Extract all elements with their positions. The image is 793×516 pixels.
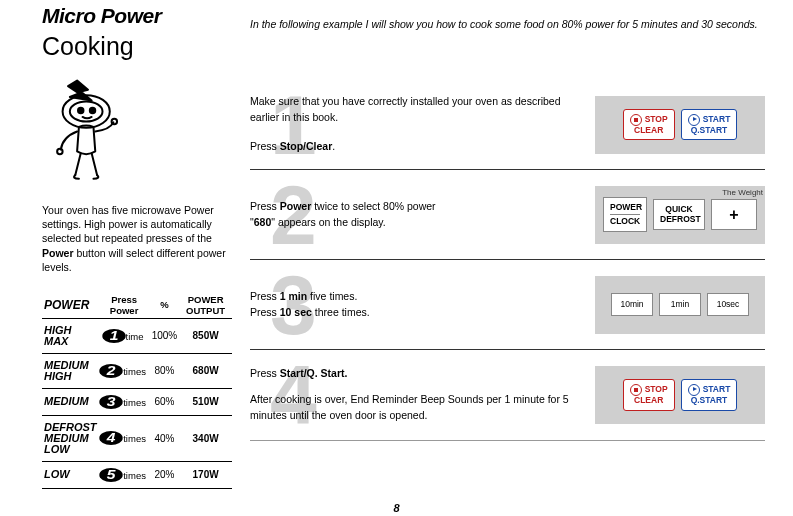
step-1: 1 Make sure that you have correctly inst… [250, 80, 765, 170]
table-row: LOW5times20%170W [42, 461, 232, 488]
row-output: 170W [179, 461, 232, 488]
power-l1: POWER [610, 202, 642, 212]
stop-l2-b: CLEAR [630, 396, 668, 405]
start-l1-b: START [703, 385, 731, 395]
row-times: 4times [99, 415, 150, 461]
step3-b-bold: 10 sec [280, 306, 312, 318]
table-row: MEDIUM3times60%510W [42, 388, 232, 415]
row-pct: 60% [150, 388, 180, 415]
stop-l2: CLEAR [630, 126, 668, 135]
row-pct: 20% [150, 461, 180, 488]
note-bold: Power [42, 247, 74, 259]
panel-step1: STOP CLEAR START Q.START [595, 96, 765, 154]
svg-point-5 [112, 119, 117, 124]
svg-point-3 [90, 108, 95, 113]
row-pct: 100% [150, 318, 180, 353]
svg-point-2 [78, 108, 83, 113]
step3-a-pre: Press [250, 290, 280, 302]
step3-a-post: five times. [307, 290, 357, 302]
svg-point-4 [57, 149, 62, 154]
step3-b-post: three times. [312, 306, 370, 318]
power-clock-button[interactable]: POWER CLOCK [603, 197, 647, 233]
step4-a-bold: Start/Q. Start. [280, 367, 348, 379]
panel-step2: The Weight POWER CLOCK QUICK DEFROST + [595, 186, 765, 244]
page-number: 8 [0, 502, 793, 514]
stop-clear-button-2[interactable]: STOP CLEAR [623, 379, 675, 410]
step3-a-bold: 1 min [280, 290, 307, 302]
row-times: 3times [99, 388, 150, 415]
start-qstart-button-2[interactable]: START Q.START [681, 379, 738, 410]
defrost-l2: DEFROST [660, 215, 698, 224]
step-2: 2 Press Power twice to select 80% power … [250, 170, 765, 260]
th-pct: % [150, 292, 180, 319]
stop-icon [630, 384, 642, 396]
row-label: MEDIUM [42, 388, 99, 415]
mascot-icon [42, 77, 242, 197]
step1-b-post: . [332, 140, 335, 152]
panel-step4: STOP CLEAR START Q.START [595, 366, 765, 424]
row-label: LOW [42, 461, 99, 488]
panel-step3: 10min 1min 10sec [595, 276, 765, 334]
step2-a-bold: Power [280, 200, 312, 212]
th-power: POWER [42, 292, 99, 319]
time-1min-button[interactable]: 1min [659, 293, 701, 316]
row-times: 5times [99, 461, 150, 488]
note-pre: Your oven has five microwave Power setti… [42, 204, 214, 244]
quick-defrost-button[interactable]: QUICK DEFROST [653, 199, 705, 230]
time-10sec-button[interactable]: 10sec [707, 293, 749, 316]
start-l1: START [703, 114, 731, 124]
row-label: MEDIUMHIGH [42, 353, 99, 388]
intro-text: In the following example I will show you… [250, 18, 765, 30]
defrost-l1: QUICK [665, 204, 692, 214]
start-icon [688, 114, 700, 126]
row-output: 510W [179, 388, 232, 415]
row-label: HIGHMAX [42, 318, 99, 353]
step1-b-pre: Press [250, 140, 280, 152]
panel-label-weight: The Weight [722, 188, 763, 197]
th-output: POWER OUTPUT [179, 292, 232, 319]
step2-b-post: " appears on the display. [271, 216, 385, 228]
title-main: Micro Power [42, 4, 242, 28]
step-3: 3 Press 1 min five times. Press 10 sec t… [250, 260, 765, 350]
row-pct: 80% [150, 353, 180, 388]
step3-b-pre: Press [250, 306, 280, 318]
table-row: MEDIUMHIGH2times80%680W [42, 353, 232, 388]
step4-text-b: After cooking is over, End Reminder Beep… [250, 392, 581, 424]
row-times: 1time [99, 318, 150, 353]
plus-button[interactable]: + [711, 199, 757, 231]
step-4: 4 Press Start/Q. Start. After cooking is… [250, 350, 765, 440]
start-l2-b: Q.START [688, 396, 731, 405]
step1-b-bold: Stop/Clear [280, 140, 333, 152]
power-table: POWER Press Power % POWER OUTPUT HIGHMAX… [42, 292, 232, 489]
start-icon [688, 384, 700, 396]
step2-a-post: twice to select 80% power [311, 200, 435, 212]
power-l2: CLOCK [610, 214, 640, 226]
stop-l1-b: STOP [645, 385, 668, 395]
th-press: Press Power [99, 292, 150, 319]
row-output: 340W [179, 415, 232, 461]
step2-b-bold: 680 [254, 216, 272, 228]
table-row: HIGHMAX1time100%850W [42, 318, 232, 353]
stop-icon [630, 114, 642, 126]
row-times: 2times [99, 353, 150, 388]
stop-clear-button[interactable]: STOP CLEAR [623, 109, 675, 140]
row-label: DEFROSTMEDIUMLOW [42, 415, 99, 461]
step4-a-pre: Press [250, 367, 280, 379]
row-output: 850W [179, 318, 232, 353]
stop-l1: STOP [645, 114, 668, 124]
table-row: DEFROSTMEDIUMLOW4times40%340W [42, 415, 232, 461]
step2-a-pre: Press [250, 200, 280, 212]
title-sub: Cooking [42, 32, 242, 61]
start-qstart-button[interactable]: START Q.START [681, 109, 738, 140]
row-pct: 40% [150, 415, 180, 461]
start-l2: Q.START [688, 126, 731, 135]
time-10min-button[interactable]: 10min [611, 293, 653, 316]
row-output: 680W [179, 353, 232, 388]
step1-text-a: Make sure that you have correctly instal… [250, 94, 581, 126]
oven-note: Your oven has five microwave Power setti… [42, 203, 242, 274]
